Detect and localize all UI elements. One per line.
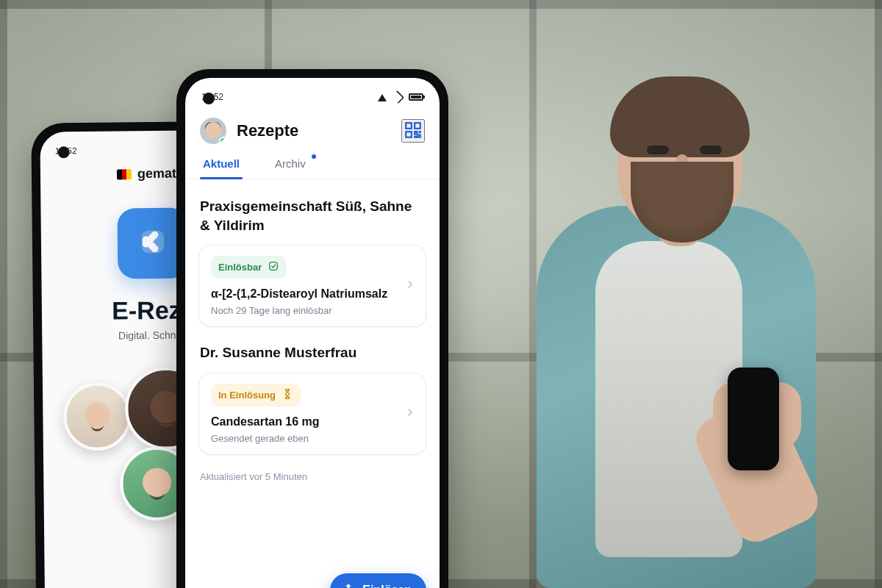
status-indicators <box>378 93 423 101</box>
checkmark-icon <box>268 260 279 274</box>
person-illustration <box>470 59 853 588</box>
svg-rect-3 <box>406 123 412 129</box>
qr-button[interactable] <box>401 119 425 143</box>
wifi-icon <box>392 93 403 101</box>
practice-title: Dr. Susanne Musterfrau <box>200 343 425 362</box>
signal-icon <box>378 94 387 101</box>
hourglass-icon <box>282 388 293 402</box>
tab-label: Aktuell <box>203 157 240 170</box>
redeem-label: Einlösen <box>362 584 412 588</box>
badge-label: In Einlösung <box>218 390 276 401</box>
redeem-button[interactable]: Einlösen <box>330 573 426 588</box>
medication-name: Candesartan 16 mg <box>211 415 414 429</box>
prescription-card[interactable]: In Einlösung Candesartan 16 mg Gesendet … <box>198 373 426 455</box>
tab-archiv[interactable]: Archiv <box>272 150 309 179</box>
status-time: 16:52 <box>55 146 77 156</box>
medication-meta: Noch 29 Tage lang einlösbar <box>211 305 414 316</box>
qr-icon <box>404 121 423 142</box>
tab-label: Archiv <box>275 157 306 170</box>
prescription-card[interactable]: Einlösbar α-[2-(1,2-Distearoyl Natriumsa… <box>198 245 426 327</box>
upload-icon <box>342 582 355 588</box>
content: Praxisgemeinschaft Süß, Sahne & Yildirim… <box>185 181 440 588</box>
phone-front: 16:52 Rezepte <box>176 69 448 588</box>
page-title: Rezepte <box>237 121 391 140</box>
status-bar: 16:52 <box>185 88 440 106</box>
app-header: Rezepte <box>185 113 440 144</box>
medication-name: α-[2-(1,2-Distearoyl Natriumsalz <box>211 287 414 301</box>
tabs: Aktuell Archiv <box>185 150 440 179</box>
tab-aktuell[interactable]: Aktuell <box>200 150 243 179</box>
svg-rect-5 <box>406 132 412 137</box>
last-updated: Aktualisiert vor 5 Minuten <box>200 471 425 482</box>
svg-rect-4 <box>415 123 420 129</box>
practice-title: Praxisgemeinschaft Süß, Sahne & Yildirim <box>200 197 425 234</box>
svg-rect-6 <box>270 262 278 270</box>
german-flag-icon <box>117 169 132 179</box>
status-time: 16:52 <box>201 92 223 102</box>
presence-dot <box>219 137 226 144</box>
chevron-right-icon <box>404 406 417 422</box>
pill-cross-icon <box>136 225 171 262</box>
phone-in-hand <box>728 368 779 470</box>
chevron-right-icon <box>404 278 417 294</box>
avatar[interactable] <box>200 118 226 144</box>
medication-meta: Gesendet gerade eben <box>211 433 414 444</box>
battery-icon <box>409 93 423 101</box>
badge-label: Einlösbar <box>218 262 262 273</box>
status-badge: In Einlösung <box>211 384 301 406</box>
status-badge: Einlösbar <box>211 256 287 279</box>
notification-dot <box>312 154 316 159</box>
